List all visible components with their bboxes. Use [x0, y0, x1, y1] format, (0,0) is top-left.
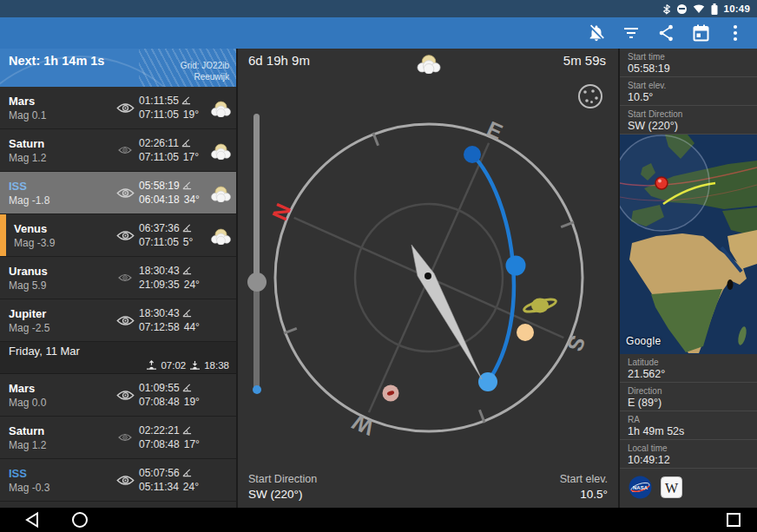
venus-marker [517, 324, 534, 341]
sunrise-time: 07:02 [161, 360, 186, 371]
sunset-icon [189, 360, 201, 371]
date-section-header: Friday, 11 Mar 07:02 18:38 [0, 342, 236, 374]
app-screen: 10:49 [0, 0, 757, 532]
details-panel: Start time 05:58:19 Start elev. 10.5° St… [618, 49, 757, 508]
visibility-eye-icon[interactable] [111, 433, 139, 442]
map-attribution: Google [626, 335, 662, 347]
sky-compass[interactable]: N E S W [238, 49, 618, 508]
pass-start-dot [464, 146, 481, 163]
compass-south-label: S [563, 332, 590, 356]
grid-location: Grid: JO22ib Reeuwijk [181, 60, 229, 82]
time-slider[interactable] [251, 114, 262, 400]
list-item-mars-2[interactable]: Mars Mag 0.0 01:09:55 07:08:4819° [0, 374, 236, 417]
nav-recents-button[interactable] [726, 511, 741, 529]
slider-thumb[interactable] [247, 273, 267, 292]
object-magnitude: Mag 1.2 [9, 438, 111, 452]
list-item-uranus[interactable]: Uranus Mag 5.9 18:30:43 21:09:3524° [0, 257, 236, 299]
elevation-angle-icon [182, 383, 192, 392]
object-magnitude: Mag 1.2 [9, 151, 111, 165]
list-item-saturn[interactable]: Saturn Mag 1.2 02:26:11 07:11:0517° [0, 129, 236, 172]
notifications-off-button[interactable] [585, 22, 608, 44]
elevation-angle-icon [182, 425, 192, 435]
list-item-mars[interactable]: Mars Mag 0.1 01:11:55 07:11:0519° [0, 87, 236, 129]
weather-icon[interactable] [205, 141, 236, 160]
object-magnitude: Mag 5.9 [9, 279, 111, 292]
slider-track[interactable] [253, 114, 260, 285]
sunrise-icon [146, 360, 157, 371]
visibility-eye-icon[interactable] [111, 187, 139, 199]
pass-list-panel: Next: 1h 14m 1s Grid: JO22ib Reeuwijk Ma… [0, 49, 236, 508]
object-magnitude: Mag -3.9 [14, 236, 111, 250]
elevation-angle-icon [181, 138, 191, 148]
compass-west-label: W [348, 410, 377, 440]
action-bar [0, 17, 757, 49]
weather-icon[interactable] [205, 227, 236, 245]
wikipedia-link-icon[interactable]: W [661, 476, 682, 498]
info-local-time: Local time 10:49:12 [620, 440, 757, 469]
elevation-angle-icon [182, 266, 192, 275]
next-pass-header: Next: 1h 14m 1s Grid: JO22ib Reeuwijk [0, 49, 236, 87]
list-item-venus[interactable]: Venus Mag -3.9 06:37:36 07:11:055° [0, 214, 236, 257]
highlight-bar [0, 214, 6, 256]
nav-back-button[interactable] [24, 511, 40, 529]
info-start-time: Start time 05:58:19 [620, 49, 757, 77]
visibility-eye-icon[interactable] [111, 273, 139, 282]
compass-north-label: N [267, 200, 296, 224]
visibility-eye-icon[interactable] [111, 102, 139, 114]
object-name: Venus [14, 221, 111, 236]
weather-icon[interactable] [205, 184, 236, 202]
overflow-menu-button[interactable] [724, 22, 747, 44]
list-item-jupiter[interactable]: Jupiter Mag -2.5 18:30:43 07:12:5844° [0, 299, 236, 342]
info-direction: Direction E (89°) [620, 383, 757, 411]
battery-icon [711, 3, 718, 15]
object-name: Saturn [9, 136, 111, 151]
visibility-eye-icon[interactable] [111, 230, 139, 241]
filter-button[interactable] [620, 22, 642, 44]
nav-home-button[interactable] [71, 511, 89, 529]
visibility-eye-icon[interactable] [111, 146, 139, 154]
info-ra: RA 1h 49m 52s [620, 411, 757, 440]
object-name: ISS [9, 179, 111, 194]
visibility-eye-icon[interactable] [111, 475, 139, 486]
object-name: Mars [9, 94, 111, 108]
elevation-angle-icon [181, 95, 191, 105]
mars-marker [383, 385, 399, 402]
visibility-eye-icon[interactable] [111, 390, 139, 401]
satellite-position-dot [506, 256, 526, 276]
elevation-angle-icon [182, 223, 192, 233]
compass-east-label: E [484, 116, 507, 144]
elevation-angle-icon [182, 468, 192, 477]
android-nav-bar [0, 508, 757, 532]
info-latitude: Latitude 21.562° [620, 354, 757, 383]
visibility-eye-icon[interactable] [111, 315, 139, 326]
list-item-iss-selected[interactable]: ISS Mag -1.8 05:58:19 06:04:1834° [0, 172, 236, 214]
do-not-disturb-icon [677, 4, 687, 14]
compass-panel: 6d 19h 9m 5m 59s N E S W [236, 49, 618, 508]
pass-end-dot [478, 372, 497, 391]
start-elevation-readout: Start elev. 10.5° [560, 472, 608, 502]
weather-icon[interactable] [205, 99, 236, 117]
object-name: Uranus [9, 264, 111, 279]
share-button[interactable] [655, 22, 677, 44]
list-item-iss-2[interactable]: ISS Mag -0.3 05:07:56 05:11:3424° [0, 459, 236, 502]
info-start-direction: Start Direction SW (220°) [620, 106, 757, 135]
external-links: NASA W [620, 469, 757, 499]
slider-track-lower[interactable] [253, 285, 260, 391]
next-pass-countdown: Next: 1h 14m 1s [9, 54, 104, 68]
object-name: Saturn [9, 424, 111, 438]
status-bar: 10:49 [0, 0, 757, 17]
nasa-link-icon[interactable]: NASA [629, 476, 652, 499]
object-name: Jupiter [9, 306, 111, 321]
list-item-saturn-2[interactable]: Saturn Mag 1.2 02:22:21 07:08:4817° [0, 417, 236, 459]
object-magnitude: Mag 0.1 [9, 108, 111, 122]
ground-track-map[interactable]: Google [620, 135, 757, 354]
calendar-button[interactable] [689, 22, 712, 44]
info-start-elev: Start elev. 10.5° [620, 77, 757, 106]
wifi-icon [693, 3, 705, 14]
sunset-time: 18:38 [204, 360, 229, 371]
object-magnitude: Mag -1.8 [9, 194, 111, 207]
star-view-icon[interactable] [579, 85, 602, 108]
svg-text:NASA: NASA [633, 485, 648, 490]
object-name: Mars [9, 381, 111, 396]
saturn-marker [523, 297, 556, 314]
